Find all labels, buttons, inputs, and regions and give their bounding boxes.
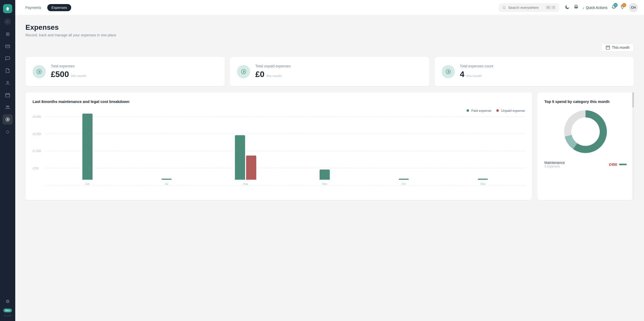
print-button[interactable]: [574, 5, 578, 10]
svg-point-7: [6, 106, 8, 107]
bar-paid-sep: [320, 170, 330, 180]
bar-paid-aug: [235, 135, 245, 180]
search-key-cmd: ⌘: [546, 6, 551, 9]
svg-line-11: [505, 8, 506, 9]
bar-chart-card: Last 6months maintenance and legal cost …: [25, 92, 532, 200]
bar-chart-title: Last 6months maintenance and legal cost …: [33, 99, 525, 104]
topnav: Payments Expenses ⌘ F: [15, 0, 644, 15]
legend-unpaid: Unpaid expense: [496, 109, 525, 113]
location-button[interactable]: !: [620, 5, 625, 10]
bar-label-jul: Jul: [165, 182, 168, 185]
tab-expenses[interactable]: Expenses: [47, 4, 71, 11]
stat-value-row-count: 4 this month: [460, 70, 493, 79]
category-info-maintenance: Maintenance 3 expenses: [544, 161, 565, 168]
dashboard-icon[interactable]: ⊞: [3, 29, 13, 39]
settings-icon[interactable]: ⚙: [3, 296, 13, 307]
svg-point-10: [503, 6, 505, 8]
quick-actions-arrow: ↓: [582, 6, 584, 10]
documents-icon[interactable]: [3, 66, 13, 76]
bar-group-nov: Nov: [445, 179, 521, 185]
stat-label-total: Total expenses: [51, 64, 86, 68]
category-count-maintenance: 3 expenses: [544, 165, 565, 168]
sidebar-logo[interactable]: [3, 4, 12, 13]
legend-paid: Paid expense: [467, 109, 491, 113]
notifications-button[interactable]: 30: [611, 5, 616, 10]
tab-payments[interactable]: Payments: [21, 4, 45, 11]
quick-actions-label: Quick Actions: [586, 6, 607, 10]
category-item-maintenance: Maintenance 3 expenses £450: [544, 161, 627, 168]
bar-label-sep: Sep: [322, 182, 327, 185]
legend-unpaid-dot: [496, 109, 499, 112]
sidebar: › ⊞: [0, 0, 15, 321]
bars-container: Jun Jul: [45, 117, 525, 185]
donut-container: [544, 109, 627, 155]
grid-label-3000: £3,000: [33, 115, 41, 118]
stat-icon-count: [442, 65, 455, 78]
stat-value-total: £500: [51, 70, 69, 79]
team-icon[interactable]: [3, 102, 13, 112]
notification-badge: 30: [613, 3, 618, 7]
payments-icon[interactable]: [3, 41, 13, 51]
calendar-icon[interactable]: [3, 90, 13, 100]
nav-actions: ↓ Quick Actions 30 ! CH: [565, 3, 638, 12]
version-text: v1.21.0: [4, 314, 11, 317]
category-name-maintenance: Maintenance: [544, 161, 565, 165]
stat-icon-unpaid: [237, 65, 250, 78]
date-filter-button[interactable]: This month: [602, 43, 634, 52]
bar-paid-jun: [82, 114, 93, 180]
category-amount-bar: [619, 164, 627, 165]
stat-label-count: Total expenses count: [460, 64, 493, 68]
stat-period-total: this month: [71, 74, 86, 78]
dev-badge: Dev: [3, 309, 12, 312]
search-input[interactable]: [508, 6, 544, 10]
stat-period-count: this month: [466, 74, 482, 78]
bar-paid-nov: [478, 179, 488, 180]
stat-value-row-total: £500 this month: [51, 70, 86, 79]
bar-group-oct: Oct: [366, 179, 442, 185]
bar-label-nov: Nov: [481, 182, 486, 185]
avatar[interactable]: CH: [629, 3, 638, 12]
svg-rect-3: [6, 94, 10, 97]
bar-label-aug: Aug: [243, 182, 248, 185]
page-title: Expenses: [25, 23, 634, 32]
sidebar-collapse-button[interactable]: ›: [4, 18, 11, 25]
bar-group-bars-sep: [287, 170, 363, 180]
contacts-icon[interactable]: [3, 78, 13, 88]
stat-value-unpaid: £0: [255, 70, 264, 79]
stat-info-count: Total expenses count 4 this month: [460, 64, 493, 79]
bar-group-bars-nov: [445, 179, 521, 180]
stat-icon-total: [33, 65, 46, 78]
expenses-nav-icon[interactable]: [3, 114, 13, 125]
quick-actions-button[interactable]: ↓ Quick Actions: [582, 6, 607, 10]
donut-chart-card: Top 5 spend by category this month: [537, 92, 634, 200]
stat-card-unpaid: Total unpaid expenses £0 this month: [230, 57, 429, 86]
stat-value-row-unpaid: £0 this month: [255, 70, 291, 79]
grid-label-750: £750: [33, 167, 39, 170]
page-content: Expenses Record, track and manage all yo…: [15, 15, 644, 321]
scroll-track: [632, 92, 634, 200]
search-shortcut: ⌘ F: [546, 6, 556, 9]
bar-group-sep: Sep: [287, 170, 363, 185]
bar-group-bars-jun: [49, 114, 125, 180]
grid-label-2250: £2,250: [33, 132, 41, 135]
theme-toggle-button[interactable]: [565, 5, 570, 10]
search-key-f: F: [551, 6, 556, 9]
scroll-thumb: [632, 92, 634, 108]
bar-chart-legend: Paid expense Unpaid expense: [33, 109, 525, 113]
page-subtitle: Record, track and manage all your expens…: [25, 33, 634, 37]
search-box[interactable]: ⌘ F: [499, 4, 559, 11]
bar-group-jul: Jul: [128, 179, 204, 185]
date-filter-row: This month: [25, 43, 634, 52]
category-amount-maintenance: £450: [609, 162, 627, 166]
calendar-filter-icon: [606, 45, 610, 50]
bar-unpaid-aug: [246, 156, 256, 180]
tag-icon[interactable]: ◇: [3, 127, 13, 137]
stat-label-unpaid: Total unpaid expenses: [255, 64, 291, 68]
stat-info-unpaid: Total unpaid expenses £0 this month: [255, 64, 291, 79]
bar-chart-area: £3,000 £2,250 £1,500 £750 Jun: [33, 117, 525, 193]
svg-point-8: [8, 106, 9, 107]
legend-paid-dot: [467, 109, 469, 112]
bar-group-bars-aug: [207, 135, 283, 180]
svg-rect-0: [6, 45, 10, 48]
chat-icon[interactable]: [3, 53, 13, 64]
